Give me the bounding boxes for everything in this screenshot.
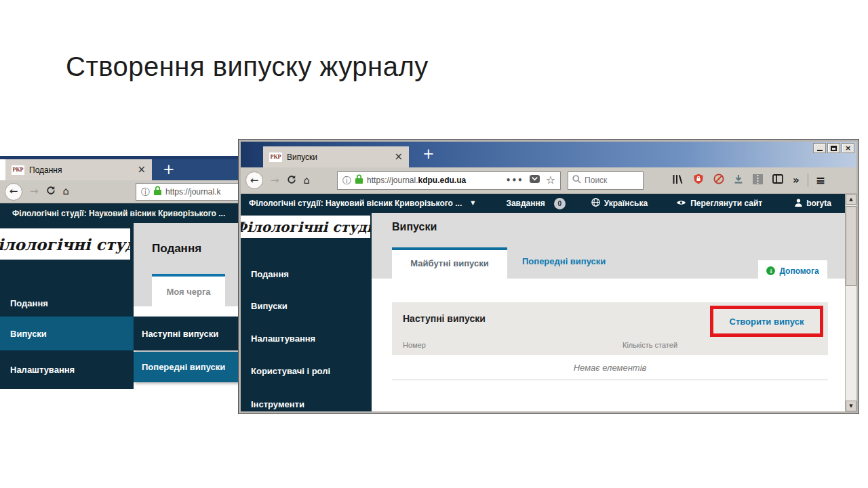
page-viewport: Філологічні студії: Науковий вісник Крив… <box>241 194 856 411</box>
panel-header: Наступні випуски Створити випуск <box>392 302 828 335</box>
journal-logo[interactable]: Філологічні студії <box>241 216 370 238</box>
panel-title: Наступні випуски <box>403 313 486 324</box>
pkp-favicon: PKP <box>269 152 282 162</box>
vertical-scrollbar[interactable]: ▲ ▼ <box>845 194 856 411</box>
column-number: Номер <box>403 341 426 349</box>
table-header-row: Номер Кількість статей <box>392 335 828 355</box>
close-window-button[interactable]: × <box>842 143 854 153</box>
submenu-next-issues[interactable]: Наступні випуски <box>134 317 241 350</box>
maximize-button[interactable] <box>827 143 840 153</box>
home-button[interactable]: ⌂ <box>304 176 311 186</box>
slide-title: Створення випуску журналу <box>66 52 429 82</box>
sidebar-item-podannya[interactable]: Подання <box>0 291 134 315</box>
lock-icon <box>154 186 161 198</box>
pkp-favicon: PKP <box>12 165 24 175</box>
sidebar-item-vypusky[interactable]: Випуски <box>0 317 134 350</box>
journal-logo-text: Філологічні студії <box>241 219 370 235</box>
search-box[interactable] <box>568 171 644 190</box>
overflow-chevrons-icon[interactable]: » <box>793 176 800 186</box>
red-highlight-annotation: Створити випуск <box>710 306 823 337</box>
plus-icon: + <box>163 163 175 177</box>
forward-button[interactable]: → <box>30 186 39 197</box>
pocket-icon[interactable] <box>530 174 540 186</box>
protection-shield-icon[interactable] <box>693 174 704 187</box>
download-icon[interactable] <box>734 174 743 187</box>
journal-context-menu[interactable]: Філологічні студії: Науковий вісник Крив… <box>249 199 475 208</box>
url-bar[interactable]: ⓘ https://journal.kdpu.edu.ua ••• ☆ <box>337 171 561 190</box>
ojs-context-bar: Філологічні студії: Науковий вісник Крив… <box>241 194 845 213</box>
ojs-page: Філологічні студії Подання Випуски Налаш… <box>0 223 241 393</box>
back-button[interactable]: ← <box>5 183 22 201</box>
toolbar-separator <box>808 174 808 187</box>
home-button[interactable]: ⌂ <box>63 186 70 197</box>
tab-podannya[interactable]: PKP Подання × <box>5 159 152 180</box>
tab-my-queue[interactable]: Моя черга <box>152 274 225 306</box>
page-actions-icon[interactable]: ••• <box>506 176 524 184</box>
page-info-icon[interactable]: ⓘ <box>141 188 150 197</box>
reload-button[interactable] <box>46 186 56 197</box>
search-icon <box>572 174 581 186</box>
sidebar-item-nalashtuvannya[interactable]: Налаштування <box>241 331 372 345</box>
help-info-icon: i <box>766 266 775 275</box>
tab-bar: PKP Подання × + <box>0 159 241 180</box>
tab-bar: PKP Випуски × + × <box>241 142 856 167</box>
tab-close-icon[interactable]: × <box>137 165 146 175</box>
tab-close-icon[interactable]: × <box>394 152 403 162</box>
column-article-count: Кількість статей <box>623 341 677 349</box>
url-text: https://journal.kdpu.edu.ua <box>367 176 466 185</box>
minimize-button[interactable] <box>813 143 826 153</box>
slide-canvas: Створення випуску журналу PKP Подання × … <box>0 0 868 488</box>
help-button[interactable]: i Допомога <box>758 260 827 281</box>
sidebar-item-tools[interactable]: Інструменти <box>241 397 372 411</box>
menu-hamburger-icon[interactable]: ≡ <box>816 175 825 186</box>
sidebar-item-vypusky[interactable]: Випуски <box>241 299 372 312</box>
scrollbar-thumb[interactable] <box>846 206 856 286</box>
flash-block-icon[interactable] <box>713 174 724 187</box>
tasks-menu[interactable]: Завдання 0 <box>506 198 565 209</box>
page-title: Подання <box>152 242 201 256</box>
tab-back-issues[interactable]: Попередні випуски <box>522 256 606 266</box>
browser-toolbar: ← → ⌂ ⓘ https://journal.k <box>0 180 241 203</box>
chevron-down-icon: ▼ <box>471 201 475 206</box>
sidebar-item-podannya[interactable]: Подання <box>241 267 372 281</box>
submenu-back-issues[interactable]: Попередні випуски <box>134 352 241 382</box>
sidebar-item-users-roles[interactable]: Користувачі і ролі <box>241 364 372 378</box>
journal-context-title[interactable]: Філологічні студії: Науковий вісник Крив… <box>12 209 225 218</box>
browser-window-back: PKP Подання × + ← → ⌂ ⓘ https://journal.… <box>0 156 241 393</box>
tab-title: Подання <box>29 165 62 175</box>
view-site-link[interactable]: Переглянути сайт <box>676 199 762 208</box>
journal-logo-text: Філологічні студії <box>0 235 130 253</box>
user-menu[interactable]: boryta <box>795 199 831 209</box>
page-title: Випуски <box>392 221 437 233</box>
search-input[interactable] <box>585 176 633 185</box>
lock-icon <box>355 174 363 186</box>
bookmark-star-icon[interactable]: ☆ <box>546 175 555 186</box>
reload-button[interactable] <box>287 175 296 186</box>
scroll-down-button[interactable]: ▼ <box>846 401 856 411</box>
url-text: https://journal.k <box>165 187 220 197</box>
tab-future-issues[interactable]: Майбутні випуски <box>392 247 507 281</box>
page-info-icon[interactable]: ⓘ <box>342 176 351 185</box>
url-bar[interactable]: ⓘ https://journal.k <box>136 183 241 201</box>
library-icon[interactable] <box>672 174 684 187</box>
sidebar-toggle-icon[interactable] <box>772 174 783 186</box>
back-button[interactable]: ← <box>245 171 263 189</box>
new-tab-button[interactable]: + <box>422 147 435 161</box>
scroll-up-button[interactable]: ▲ <box>846 194 856 205</box>
window-controls: × <box>813 143 854 153</box>
tab-vypusky[interactable]: PKP Випуски × <box>263 146 409 167</box>
globe-icon <box>591 198 600 209</box>
forward-button[interactable]: → <box>271 176 279 186</box>
journal-logo[interactable]: Філологічні студії <box>0 228 130 260</box>
empty-state-row: Немає елементів <box>392 355 828 380</box>
sidebar-item-nalashtuvannya[interactable]: Налаштування <box>0 356 134 383</box>
ojs-sidebar: Філологічні студії Подання Випуски Налаш… <box>241 213 372 411</box>
browser-window-front: PKP Випуски × + × ← → ⌂ ⓘ https://journa… <box>239 140 859 413</box>
ojs-sidebar: Філологічні студії Подання Випуски Налаш… <box>0 223 134 389</box>
language-menu[interactable]: Українська <box>591 198 648 209</box>
ojs-context-bar: Філологічні студії: Науковий вісник Крив… <box>0 203 241 223</box>
tab-title: Випуски <box>287 152 317 162</box>
create-issue-button[interactable]: Створити випуск <box>730 317 804 327</box>
new-tab-button[interactable]: + <box>152 159 241 180</box>
extension-zip-icon[interactable] <box>753 174 763 187</box>
